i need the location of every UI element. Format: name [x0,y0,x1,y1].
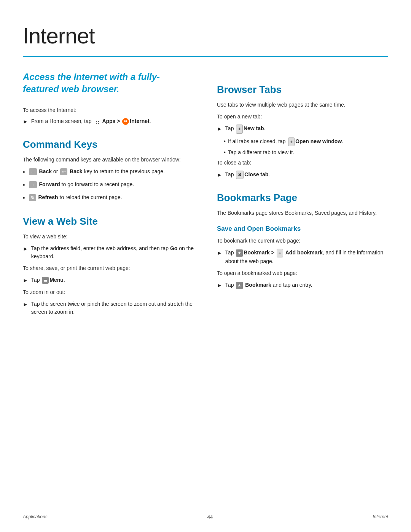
close-tab-text: Tap ✖Close tab. [225,171,270,179]
browser-tabs-label1: To open a new tab: [217,113,388,121]
command-back-text: ← Back or ↩ Back key to return to the pr… [28,168,165,176]
footer: Applications 44 Internet [23,510,388,521]
back-icon: ← [29,168,37,176]
new-tab-text: Tap +New tab. [225,125,266,134]
view-web-site-heading: View a Web Site [23,214,194,229]
bookmark-open-text: Tap ★ Bookmark and tap an entry. [225,281,312,289]
arrow-marker: ► [23,276,28,284]
arrow-marker: ► [217,249,222,257]
bookmarks-item2: ► Tap ★ Bookmark and tap an entry. [217,281,388,289]
bullet-dot: • [23,193,25,203]
view-item3-text: Tap the screen twice or pinch the screen… [31,300,194,316]
command-keys-heading: Command Keys [23,137,194,152]
forward-label: Forward [39,181,60,187]
view-item2: ► Tap ☰Menu. [23,276,194,284]
right-column: Browser Tabs Use tabs to view multiple w… [217,71,388,320]
internet-label: Internet [130,118,149,124]
bookmarks-label1: To bookmark the current web page: [217,237,388,245]
apps-icon [94,118,100,125]
new-tab-icon: + [236,125,243,134]
open-new-window-icon: + [288,137,295,147]
footer-center: 44 [207,513,213,521]
intro-item-text: From a Home screen, tap Apps > ✉Internet… [31,117,151,125]
sub-bullet-dot: • [224,149,226,157]
arrow-marker: ► [217,125,222,133]
menu-icon: ☰ [42,277,49,284]
new-tab-label: New tab [244,125,264,131]
browser-tabs-description: Use tabs to view multiple web pages at t… [217,101,388,109]
browser-tabs-heading: Browser Tabs [217,82,388,97]
left-column: Access the Internet with a fully-feature… [23,71,194,320]
bookmark-icon-1: ★ [236,249,243,257]
page: Internet Access the Internet with a full… [0,0,411,532]
footer-left: Applications [23,513,48,520]
view-item1-text: Tap the address field, enter the web add… [31,244,194,260]
apps-label: Apps > [102,118,120,124]
internet-icon: ✉ [122,118,129,125]
sub-item1-text: If all tabs are closed, tap +Open new wi… [228,137,343,147]
back-label-2: Back [70,168,82,174]
bookmarks-page-description: The Bookmarks page stores Bookmarks, Sav… [217,209,388,217]
two-col-layout: Access the Internet with a fully-feature… [23,71,388,320]
browser-tabs-subbullets: • If all tabs are closed, tap +Open new … [224,137,388,157]
save-open-bookmarks-heading: Save and Open Bookmarks [217,224,388,234]
back-icon-2: ↩ [60,168,67,176]
view-item2-text: Tap ☰Menu. [31,276,65,284]
command-keys-list: • ← Back or ↩ Back key to return to the … [23,168,194,203]
arrow-marker: ► [217,281,222,289]
bookmarks-label2: To open a bookmarked web page: [217,269,388,277]
footer-right: Internet [373,513,388,520]
title-rule [23,56,388,57]
open-new-window-label: Open new window [295,138,342,144]
list-item: • ← Back or ↩ Back key to return to the … [23,168,194,177]
close-tab-icon: ✖ [236,171,244,179]
tagline: Access the Internet with a fully-feature… [23,71,194,96]
bookmark-label2: Bookmark [244,282,271,288]
bookmark-add-text: Tap ★Bookmark > + Add bookmark, and fill… [225,249,388,266]
bullet-dot: • [23,168,25,177]
command-refresh-text: ↻ Refresh to reload the current page. [28,193,122,201]
bookmarks-item1: ► Tap ★Bookmark > + Add bookmark, and fi… [217,249,388,266]
arrow-marker: ► [23,118,28,126]
browser-tabs-item2: ► Tap ✖Close tab. [217,171,388,179]
forward-icon: → [29,181,37,189]
bookmark-label1: Bookmark > [244,249,274,256]
menu-label: Menu [49,277,64,283]
back-label: Back [39,168,52,174]
intro-label: To access the Internet: [23,106,194,114]
close-tab-label: Close tab [244,171,268,177]
bookmark-icon-2: ★ [236,282,243,289]
command-keys-description: The following command keys are available… [23,156,194,164]
refresh-label: Refresh [38,194,58,200]
sub-bullet-dot: • [224,137,226,147]
browser-tabs-label2: To close a tab: [217,159,388,167]
refresh-icon: ↻ [29,194,36,201]
list-item: • → Forward to go forward to a recent pa… [23,181,194,190]
sub-item2-text: Tap a different tab to view it. [228,149,294,157]
list-item: • Tap a different tab to view it. [224,149,388,157]
add-bookmark-label: Add bookmark [284,249,322,256]
view-label3: To zoom in or out: [23,288,194,296]
bookmarks-page-heading: Bookmarks Page [217,190,388,205]
add-bookmark-icon: + [277,249,284,258]
page-title: Internet [23,19,388,52]
list-item: • If all tabs are closed, tap +Open new … [224,137,388,147]
command-forward-text: → Forward to go forward to a recent page… [28,181,134,189]
arrow-marker: ► [23,300,28,308]
browser-tabs-item1: ► Tap +New tab. [217,125,388,134]
bullet-dot: • [23,181,25,190]
view-item3: ► Tap the screen twice or pinch the scre… [23,300,194,316]
view-label2: To share, save, or print the current web… [23,264,194,272]
view-label1: To view a web site: [23,233,194,241]
list-item: • ↻ Refresh to reload the current page. [23,193,194,203]
intro-item: ► From a Home screen, tap Apps > ✉Intern… [23,117,194,126]
view-item1: ► Tap the address field, enter the web a… [23,244,194,260]
arrow-marker: ► [23,245,28,253]
arrow-marker: ► [217,171,222,179]
